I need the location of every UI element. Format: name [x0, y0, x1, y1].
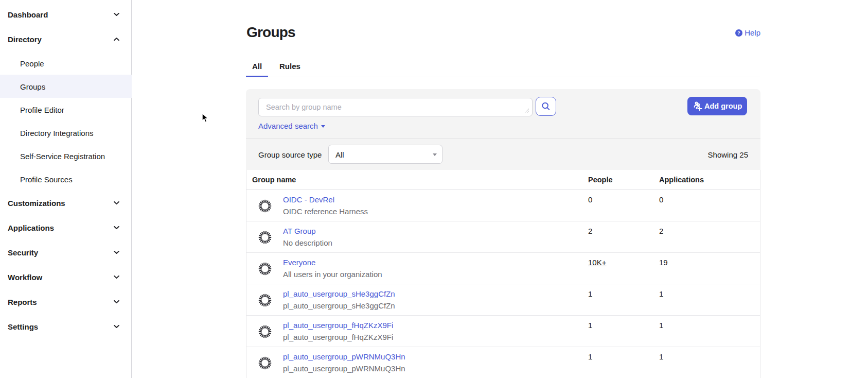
- svg-text:?: ?: [737, 30, 740, 36]
